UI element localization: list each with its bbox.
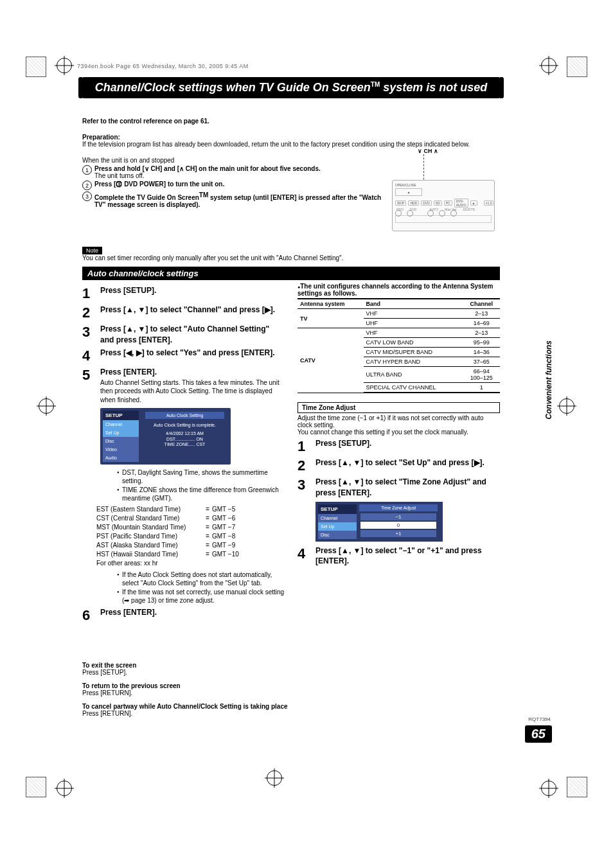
tz-row: For other areas: xx hr bbox=[96, 559, 285, 568]
right-step-4: Press [▲, ▼] to select "−1" or "+1" and … bbox=[315, 545, 500, 566]
tza-p1: Adjust the time zone (−1 or +1) if it wa… bbox=[298, 414, 500, 429]
register-right bbox=[559, 398, 574, 414]
exit-body: Press [SETUP]. bbox=[82, 669, 127, 676]
step-num: 3 bbox=[82, 324, 95, 344]
tza-panel-title: Time Zone Adjust bbox=[359, 504, 438, 511]
crop-hex-bl bbox=[26, 777, 46, 797]
tza-screenshot: SETUP Channel Set Up Disc Time Zone Adju… bbox=[315, 502, 443, 542]
mini-setup-title: SETUP bbox=[103, 411, 139, 420]
tza-menu-title: SETUP bbox=[318, 504, 357, 514]
register-left bbox=[39, 398, 54, 414]
tza-option: −1 bbox=[360, 513, 436, 520]
crop-hex-tr bbox=[567, 57, 587, 77]
page-number: 65 bbox=[525, 725, 552, 743]
print-header: 7394en.book Page 65 Wednesday, March 30,… bbox=[77, 63, 249, 69]
tz-row: HST (Hawaii Standard Time)=GMT −10 bbox=[96, 550, 285, 559]
right-step-3: Press [▲, ▼] to select "Time Zone Adjust… bbox=[315, 477, 500, 497]
mini-item: Disc bbox=[103, 437, 139, 445]
crop-hex-br bbox=[567, 777, 587, 797]
tza-item: Channel bbox=[318, 514, 357, 522]
step-num: 1 bbox=[298, 438, 310, 455]
right-step-1: Press [SETUP]. bbox=[315, 438, 500, 455]
prestep-1: Press and hold [∨ CH] and [∧ CH] on the … bbox=[94, 165, 321, 172]
page-footer: To exit the screen Press [SETUP]. To ret… bbox=[82, 662, 500, 717]
mini-item: Channel bbox=[103, 420, 139, 429]
cancel-body: Press [RETURN]. bbox=[82, 710, 132, 717]
when-line: When the unit is on and stopped bbox=[82, 157, 174, 164]
setup-screenshot: SETUP Channel Set Up Disc Video Audio Au… bbox=[100, 408, 231, 465]
circled-3-icon: 3 bbox=[82, 191, 92, 201]
exit-heading: To exit the screen bbox=[82, 662, 136, 669]
tza-option-selected: 0 bbox=[360, 522, 436, 529]
tza-p2: You cannot change this setting if you se… bbox=[298, 429, 500, 436]
tz-row: EST (Eastern Standard Time)=GMT −5 bbox=[96, 505, 285, 514]
step-num: 3 bbox=[298, 477, 310, 497]
note-body: You can set timer recording only manuall… bbox=[82, 254, 343, 261]
circled-2-icon: 2 bbox=[82, 181, 92, 190]
cancel-heading: To cancel partway while Auto Channel/Clo… bbox=[82, 703, 288, 710]
register-bottom bbox=[267, 770, 282, 786]
left-step-1: Press [SETUP]. bbox=[100, 285, 285, 302]
reference-line: Refer to the control reference on page 6… bbox=[82, 118, 209, 125]
register-bl2 bbox=[57, 781, 72, 796]
side-tab: Convenient functions bbox=[544, 341, 553, 420]
right-step-2: Press [▲, ▼] to select "Set Up" and pres… bbox=[315, 457, 500, 474]
left-step-6: Press [ENTER]. bbox=[100, 607, 285, 624]
left-step-3: Press [▲, ▼] to select "Auto Channel Set… bbox=[100, 324, 285, 344]
tza-heading: Time Zone Adjust bbox=[298, 402, 500, 413]
prestep-1-sub: The unit turns off. bbox=[94, 172, 145, 179]
tz-row: PST (Pacific Standard Time)=GMT −8 bbox=[96, 532, 285, 541]
step-num: 1 bbox=[82, 285, 95, 302]
step-num: 2 bbox=[298, 457, 310, 474]
tz-row: AST (Alaska Standard Time)=GMT −9 bbox=[96, 541, 285, 550]
tza-item: Disc bbox=[318, 531, 357, 539]
step-num: 2 bbox=[82, 305, 95, 321]
register-tr bbox=[541, 58, 556, 73]
mini-clock-lines: 4/4/2002 12:15 AMDST................ ONT… bbox=[145, 431, 224, 447]
doc-code: RQT7394 bbox=[528, 716, 551, 722]
circled-1-icon: 1 bbox=[82, 165, 92, 175]
return-heading: To return to the previous screen bbox=[82, 682, 181, 689]
left-step-4: Press [◀, ▶] to select "Yes" and press [… bbox=[100, 348, 285, 364]
mini-item: Video bbox=[103, 445, 139, 454]
left-step-5-sub: Auto Channel Setting starts. This takes … bbox=[100, 378, 285, 405]
mini-item: Audio bbox=[103, 454, 139, 462]
tz-row: CST (Central Standard Time)=GMT −6 bbox=[96, 514, 285, 523]
left-step-2: Press [▲, ▼] to select "Channel" and pre… bbox=[100, 305, 285, 321]
return-body: Press [RETURN]. bbox=[82, 689, 132, 696]
tza-item: Set Up bbox=[318, 522, 357, 531]
prestep-3: Complete the TV Guide On ScreenTM system… bbox=[94, 194, 381, 208]
tz-row: MST (Mountain Standard Time)=GMT −7 bbox=[96, 523, 285, 532]
step-num: 6 bbox=[82, 607, 95, 624]
step-num: 5 bbox=[82, 367, 95, 405]
step-num: 4 bbox=[298, 545, 310, 566]
note-tag: Note bbox=[82, 247, 102, 254]
page-title: Channel/Clock settings when TV Guide On … bbox=[82, 77, 500, 98]
prestep-2: Press [⏼ DVD POWER] to turn the unit on. bbox=[94, 181, 224, 188]
mini-item: Set Up bbox=[103, 429, 139, 437]
prep-heading: Preparation: bbox=[82, 134, 120, 141]
step-num: 4 bbox=[82, 348, 95, 364]
register-br2 bbox=[541, 781, 556, 796]
crop-hex-tl bbox=[26, 57, 46, 77]
register-tl bbox=[57, 58, 72, 73]
section-heading: Auto channel/clock settings bbox=[82, 267, 500, 280]
bullet-list-a: DST, Daylight Saving Time, shows the sum… bbox=[91, 468, 285, 502]
prep-body: If the television program list has alrea… bbox=[82, 141, 470, 148]
mini-panel-msg: Auto Clock Setting is complete. bbox=[145, 423, 224, 427]
tza-option: +1 bbox=[360, 530, 436, 537]
mini-panel-title: Auto Clock Setting bbox=[145, 412, 224, 419]
left-step-5: Press [ENTER]. Auto Channel Setting star… bbox=[100, 367, 285, 405]
band-table: Antenna systemBandChannel TVVHF2–13 UHF1… bbox=[298, 298, 500, 393]
right-intro: The unit configures channels according t… bbox=[298, 283, 493, 297]
bullet-list-b: If the Auto Clock Setting does not start… bbox=[91, 571, 285, 605]
